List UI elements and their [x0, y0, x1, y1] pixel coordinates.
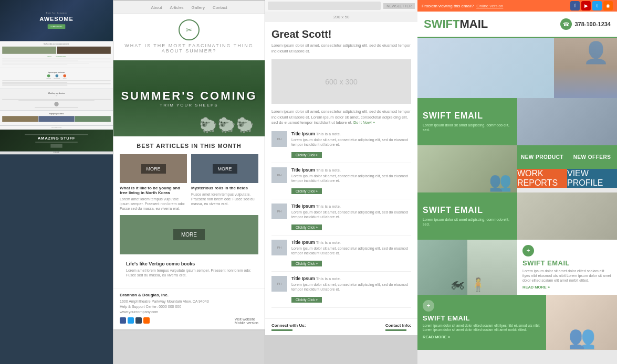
banner-area: 200 x 50	[265, 12, 417, 22]
newsletter-btn[interactable]: NEWSLETTER	[383, 3, 415, 9]
topbar-link3[interactable]: Gallery	[192, 5, 205, 10]
social-rs[interactable]	[143, 317, 150, 324]
amazing-title: AMAZING STUFF	[4, 136, 109, 141]
items-list: PH Title Ipsum This is a note. Lorem ips…	[271, 131, 411, 308]
item-content: Title Ipsum This is a note. Lorem ipsum …	[291, 204, 411, 231]
new-offers-btn[interactable]: NEW OFFERS	[567, 145, 617, 169]
swiftmail-header: SWIFTMAIL ☎ 378-100-1234	[417, 12, 617, 38]
articles-section: BEST ARTICLES IN THIS MONTH MORE What is…	[113, 136, 265, 288]
item-thumb: PH	[271, 167, 287, 183]
social-fb[interactable]	[120, 317, 126, 324]
item-thumb: PH	[271, 240, 287, 255]
article1-title: What is it like to be young and free liv…	[120, 186, 187, 195]
rss-btn[interactable]: ◉	[603, 1, 613, 10]
newsletter-content: 200 x 50 Great Scott! Lorem ipsum dolor …	[265, 12, 417, 335]
item-text: Lorem ipsum dolor sit amet, consectetur …	[291, 282, 411, 292]
item-thumb: PH	[271, 131, 287, 147]
panel3-topbar: NEWSLETTER	[265, 0, 417, 12]
online-version-link[interactable]: Online version	[476, 4, 503, 8]
article1-text: Lorem amet lorem tempus vulputate ipsum …	[120, 197, 187, 211]
swift-email-text3: Lorem ipsum dolor sit amet dolor elited …	[522, 269, 612, 283]
img-with-people: 👥	[417, 145, 517, 192]
hero-title: AWESOME	[39, 16, 73, 23]
item-btn[interactable]: Clickity Click »	[291, 188, 322, 194]
plus-icon1: +	[522, 245, 534, 256]
services-link[interactable]: OUR SERVICES	[56, 56, 66, 57]
contact-underline	[385, 329, 406, 331]
connect-bar: Connect with Us: Contact Info:	[265, 318, 417, 335]
panel2-header: ✂ WHAT IS THE MOST FASCINATING THING ABO…	[113, 14, 265, 60]
facebook-btn[interactable]: f	[570, 1, 580, 10]
swift-email-title2: SWIFT EMAIL	[423, 206, 512, 215]
list-item: PH Title Ipsum This is a note. Lorem ips…	[271, 240, 411, 272]
list-item: PH Title Ipsum This is a note. Lorem ips…	[271, 276, 411, 308]
topbar-link1[interactable]: About	[151, 5, 162, 10]
item-btn[interactable]: Clickity Click »	[291, 224, 322, 230]
bottom-swift-section: + SWIFT EMAIL Lorem ipsum dolor sit amet…	[417, 295, 617, 350]
read-more-link1[interactable]: READ MORE »	[522, 285, 612, 290]
topbar-link2[interactable]: Articles	[170, 5, 183, 10]
articles-title: BEST ARTICLES IN THIS MONTH	[120, 143, 258, 149]
body-text: Lorem ipsum dolor sit amet, consectetur …	[271, 109, 411, 126]
item-btn[interactable]: Clickity Click »	[291, 152, 322, 158]
swift-email-card2: SWIFT EMAIL Lorem ipsum dolor sit amet a…	[417, 192, 517, 240]
item-btn[interactable]: Clickity Click »	[291, 261, 322, 266]
bottom-right-img: 👥	[546, 295, 617, 350]
social-tu[interactable]	[135, 317, 142, 324]
read-more-link2[interactable]: READ MORE »	[423, 335, 541, 339]
full-more-btn[interactable]: MORE	[173, 229, 205, 240]
social-tw[interactable]	[128, 317, 134, 324]
article2: MORE Mysterious rolls in the fields Fusc…	[191, 154, 258, 211]
hero-summer-sub: TRIM YOUR SHEEPS	[121, 103, 257, 108]
item-btn[interactable]: Clickity Click »	[291, 297, 322, 303]
main-content: Great Scott! Lorem ipsum dolor sit amet,…	[265, 22, 417, 318]
hero-btn[interactable]: LEARN MORE	[48, 24, 65, 29]
panel3-newsletter: NEWSLETTER 200 x 50 Great Scott! Lorem i…	[265, 0, 417, 364]
item-content: Title Ipsum This is a note. Lorem ipsum …	[291, 276, 411, 303]
article2-img: MORE	[191, 154, 258, 183]
article1: MORE What is it like to be young and fre…	[120, 154, 187, 211]
new-product-btn[interactable]: NEW PRODUCT	[517, 145, 567, 169]
big-section1: 🏍 🧍 + SWIFT EMAIL Lorem ipsum dolor sit …	[417, 240, 617, 295]
summer-headline: WHAT IS THE MOST FASCINATING THING ABOUT…	[119, 43, 259, 53]
panel4-swiftmail: Problem viewing this email? Online versi…	[417, 0, 617, 364]
main-placeholder-img: 600 x 300	[271, 59, 411, 104]
swift-email-title1: SWIFT EMAIL	[423, 111, 512, 121]
footer-col-right: Visit website Mobile version	[235, 317, 258, 325]
twitter-btn[interactable]: t	[592, 1, 602, 10]
mobile-version[interactable]: Mobile version	[235, 321, 258, 325]
address-bar[interactable]	[268, 2, 381, 10]
bottom-swift-card: + SWIFT EMAIL Lorem ipsum dolor sit amet…	[417, 295, 546, 350]
swift-email-text2: Lorem ipsum dolor sit amet adipiscing, c…	[423, 217, 512, 227]
banner-size: 200 x 50	[333, 15, 350, 19]
work-reports-btn[interactable]: WORK REPORTS	[517, 169, 567, 188]
phone-number: 378-100-1234	[574, 21, 611, 27]
offer-label2: CHOICES	[53, 122, 58, 123]
grid-img1	[517, 98, 617, 145]
article1-more[interactable]: MORE	[141, 164, 166, 174]
swift-email-title4: SWIFT EMAIL	[423, 314, 541, 322]
offer-label3: NATURE	[107, 122, 111, 123]
article2-more[interactable]: MORE	[213, 164, 237, 174]
no-wait-text: Don't wait for this	[0, 126, 113, 130]
phone-area: ☎ 378-100-1234	[560, 18, 611, 30]
do-it-now-link[interactable]: Do It Now! »	[353, 120, 375, 125]
list-item: PH Title Ipsum This is a note. Lorem ips…	[271, 204, 411, 235]
full-width-img: MORE	[120, 215, 258, 254]
topbar-link4[interactable]: Contact	[213, 5, 227, 10]
hero-summer-title: SUMMER'S COMING	[121, 89, 257, 103]
vertigo-section: Life's like Vertigo comic books Lorem am…	[120, 257, 258, 282]
vertigo-title: Life's like Vertigo comic books	[126, 261, 252, 266]
youtube-btn[interactable]: ▶	[581, 1, 591, 10]
item-thumb: PH	[271, 276, 287, 292]
intro-text: Lorem ipsum dolor sit amet, consectetur …	[271, 43, 411, 54]
item-text: Lorem ipsum dolor sit amet, consectetur …	[291, 137, 411, 147]
panel2-topbar: About Articles Gallery Contact	[113, 1, 265, 14]
view-profile-btn[interactable]: VIEW PROFILE	[567, 169, 617, 188]
summer-hero: SUMMER'S COMING TRIM YOUR SHEEPS 🐑🐑🐑	[113, 60, 265, 136]
about-link[interactable]: ABOUT	[47, 56, 51, 57]
grid-row2: 👥 NEW PRODUCT NEW OFFERS WORK REPORTS VI…	[417, 145, 617, 192]
placeholder-size-text: 600 x 300	[325, 78, 358, 86]
visit-website[interactable]: Visit website	[235, 317, 258, 321]
social-buttons-top: f ▶ t ◉	[570, 1, 613, 10]
